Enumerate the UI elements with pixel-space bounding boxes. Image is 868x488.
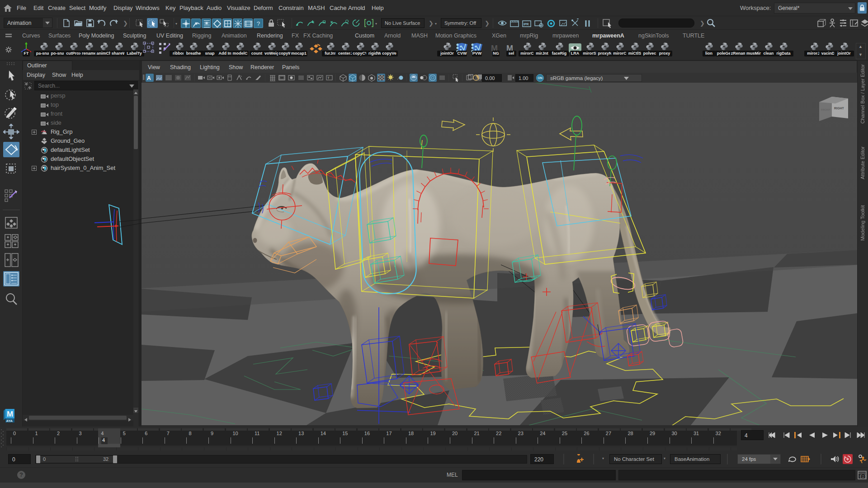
svg-text:AYA: AYA (6, 419, 13, 423)
svg-text:RIGHT: RIGHT (834, 107, 844, 110)
svg-text:{;}: {;} (859, 474, 867, 479)
svg-text:?: ? (257, 20, 260, 27)
svg-text:A: A (147, 75, 151, 81)
svg-text:M: M (7, 410, 13, 418)
svg-text:T: T (327, 76, 330, 80)
svg-text:FRONT: FRONT (821, 108, 830, 111)
svg-text:IPR: IPR (524, 23, 529, 26)
